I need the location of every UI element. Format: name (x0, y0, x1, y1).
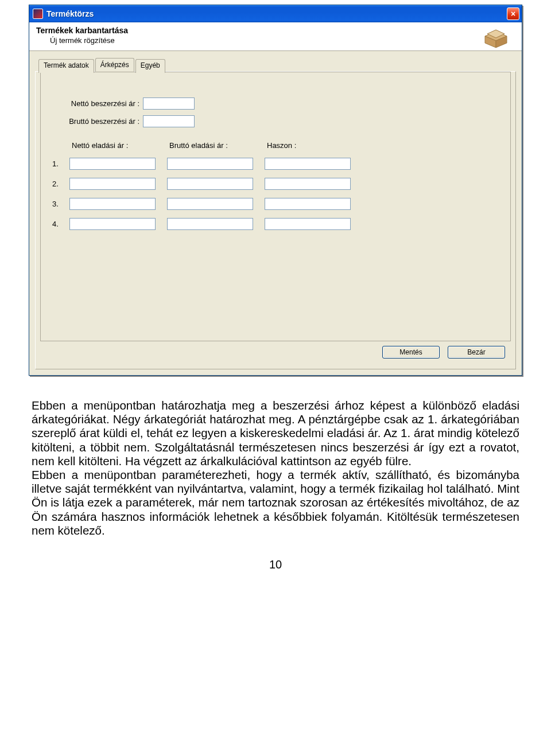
input-gross-sale-3[interactable] (167, 198, 253, 210)
row-num-2: 2. (52, 180, 69, 188)
input-net-sale-2[interactable] (69, 178, 156, 190)
row-num-1: 1. (52, 159, 69, 168)
input-profit-4[interactable] (265, 218, 351, 230)
tab-other[interactable]: Egyéb (135, 59, 165, 73)
document-body-1: Ebben a menüpontban határozhatja meg a b… (0, 376, 551, 468)
label-net-purchase: Nettó beszerzési ár : (52, 99, 143, 108)
header-profit: Haszon : (265, 141, 362, 150)
tab-product-data[interactable]: Termék adatok (38, 59, 94, 73)
input-profit-2[interactable] (265, 178, 351, 190)
dialog-window: Terméktörzs × Termékek karbantartása Új … (29, 5, 522, 376)
input-gross-sale-2[interactable] (167, 178, 253, 190)
input-gross-sale-4[interactable] (167, 218, 253, 230)
row-net-purchase: Nettó beszerzési ár : (52, 98, 499, 110)
input-net-sale-3[interactable] (69, 198, 156, 210)
row-num-3: 3. (52, 200, 69, 208)
save-button[interactable]: Mentés (382, 346, 440, 358)
tab-strip: Termék adatok Árképzés Egyéb (35, 58, 516, 72)
tabpane-pricing: Nettó beszerzési ár : Bruttó beszerzési … (40, 72, 511, 341)
app-icon (33, 9, 43, 19)
input-net-purchase[interactable] (143, 98, 195, 110)
subheader-subtitle: Új termék rögzítése (36, 36, 515, 45)
input-gross-sale-1[interactable] (167, 158, 253, 170)
subheader-title: Termékek karbantartása (36, 26, 515, 35)
row-num-4: 4. (52, 220, 69, 228)
box-icon (482, 26, 510, 49)
input-net-sale-1[interactable] (69, 158, 156, 170)
header-gross-sale: Bruttó eladási ár : (167, 141, 265, 150)
footer-buttons: Mentés Bezár (382, 346, 505, 358)
label-gross-purchase: Bruttó beszerzési ár : (52, 117, 143, 126)
input-profit-1[interactable] (265, 158, 351, 170)
titlebar[interactable]: Terméktörzs × (29, 5, 522, 22)
page-number: 10 (0, 558, 551, 571)
header-net-sale: Nettó eladási ár : (69, 141, 167, 150)
content-area: Termék adatok Árképzés Egyéb Nettó besze… (29, 51, 522, 375)
input-profit-3[interactable] (265, 198, 351, 210)
price-grid: Nettó eladási ár : Bruttó eladási ár : H… (52, 141, 499, 230)
tab-panel: Nettó beszerzési ár : Bruttó beszerzési … (35, 71, 516, 369)
document-body-2: Ebben a menüpontban paraméterezheti, hog… (0, 468, 551, 537)
input-net-sale-4[interactable] (69, 218, 156, 230)
window-title: Terméktörzs (46, 9, 507, 18)
row-gross-purchase: Bruttó beszerzési ár : (52, 115, 499, 127)
close-button[interactable]: Bezár (448, 346, 505, 358)
input-gross-purchase[interactable] (143, 115, 195, 127)
subheader: Termékek karbantartása Új termék rögzíté… (29, 22, 522, 51)
screenshot-container: Terméktörzs × Termékek karbantartása Új … (0, 0, 551, 376)
tab-pricing[interactable]: Árképzés (95, 58, 134, 72)
close-icon[interactable]: × (507, 7, 519, 20)
